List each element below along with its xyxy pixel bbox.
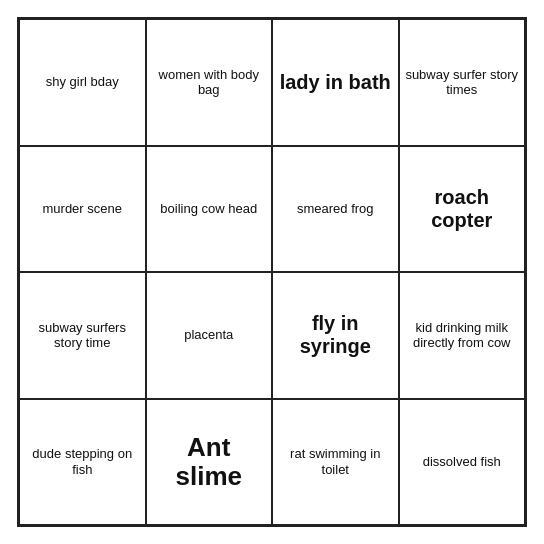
cell-text-r3c3: dissolved fish [423, 454, 501, 470]
cell-text-r3c1: Ant slime [151, 433, 268, 490]
cell-text-r2c0: subway surfers story time [24, 320, 141, 351]
cell-text-r2c2: fly in syringe [277, 312, 394, 358]
bingo-cell-r2c0: subway surfers story time [19, 272, 146, 399]
bingo-cell-r1c1: boiling cow head [146, 146, 273, 273]
cell-text-r3c0: dude stepping on fish [24, 446, 141, 477]
bingo-cell-r0c1: women with body bag [146, 19, 273, 146]
cell-text-r1c2: smeared frog [297, 201, 374, 217]
bingo-cell-r2c3: kid drinking milk directly from cow [399, 272, 526, 399]
bingo-cell-r3c1: Ant slime [146, 399, 273, 526]
bingo-cell-r1c3: roach copter [399, 146, 526, 273]
bingo-cell-r0c0: shy girl bday [19, 19, 146, 146]
bingo-cell-r3c3: dissolved fish [399, 399, 526, 526]
bingo-cell-r2c2: fly in syringe [272, 272, 399, 399]
cell-text-r0c0: shy girl bday [46, 74, 119, 90]
bingo-cell-r2c1: placenta [146, 272, 273, 399]
cell-text-r1c1: boiling cow head [160, 201, 257, 217]
cell-text-r3c2: rat swimming in toilet [277, 446, 394, 477]
cell-text-r0c3: subway surfer story times [404, 67, 521, 98]
bingo-cell-r0c3: subway surfer story times [399, 19, 526, 146]
cell-text-r2c3: kid drinking milk directly from cow [404, 320, 521, 351]
cell-text-r1c3: roach copter [404, 186, 521, 232]
bingo-cell-r3c0: dude stepping on fish [19, 399, 146, 526]
cell-text-r2c1: placenta [184, 327, 233, 343]
cell-text-r1c0: murder scene [43, 201, 122, 217]
bingo-cell-r0c2: lady in bath [272, 19, 399, 146]
bingo-cell-r3c2: rat swimming in toilet [272, 399, 399, 526]
bingo-grid: shy girl bdaywomen with body baglady in … [17, 17, 527, 527]
bingo-cell-r1c2: smeared frog [272, 146, 399, 273]
bingo-cell-r1c0: murder scene [19, 146, 146, 273]
cell-text-r0c1: women with body bag [151, 67, 268, 98]
cell-text-r0c2: lady in bath [280, 71, 391, 94]
